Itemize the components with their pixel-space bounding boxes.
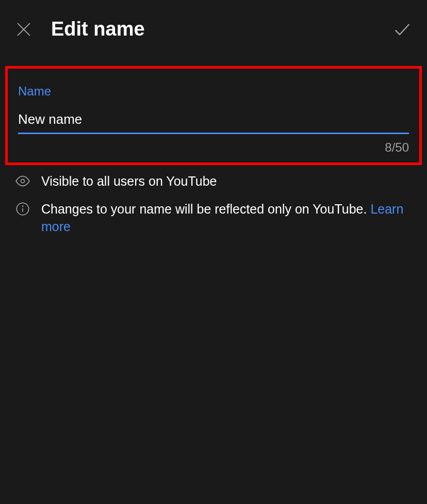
eye-icon: [15, 174, 31, 189]
confirm-icon[interactable]: [392, 19, 413, 40]
visibility-text: Visible to all users on YouTube: [41, 173, 217, 190]
name-form-section: Name 8/50: [5, 66, 422, 165]
name-field-label: Name: [18, 84, 409, 99]
svg-point-2: [21, 180, 25, 183]
close-icon[interactable]: [14, 20, 33, 39]
info-icon: [15, 202, 31, 217]
page-title: Edit name: [51, 18, 145, 40]
changes-text: Changes to your name will be reflected o…: [41, 202, 370, 216]
character-counter: 8/50: [18, 140, 409, 155]
header: Edit name: [0, 0, 427, 58]
visibility-info-row: Visible to all users on YouTube: [15, 173, 412, 190]
name-input[interactable]: [18, 111, 409, 134]
header-left: Edit name: [14, 18, 145, 40]
info-section: Visible to all users on YouTube Changes …: [0, 165, 427, 253]
changes-info-row: Changes to your name will be reflected o…: [15, 201, 412, 236]
changes-text-container: Changes to your name will be reflected o…: [41, 201, 412, 236]
svg-point-5: [22, 206, 23, 206]
